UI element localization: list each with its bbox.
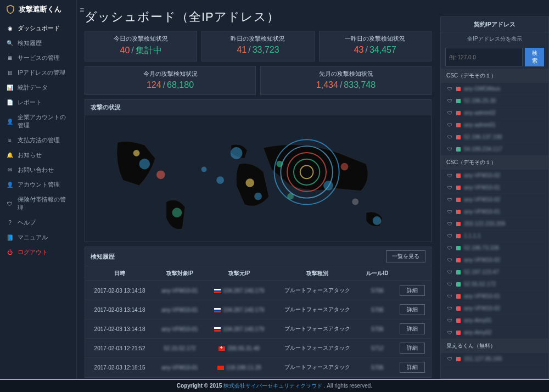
svg-point-8 <box>231 147 243 159</box>
nav-item-サービスの管理[interactable]: ≣サービスの管理 <box>0 51 76 65</box>
ip-label: any-GMOAbus <box>464 86 542 92</box>
ip-groups: CSC（デモその１）🛡any-GMOAbus🛡52.196.25.30🛡any-… <box>441 69 548 365</box>
ip-label: any-admin02 <box>464 110 542 116</box>
ip-item[interactable]: 🛡any-VFM10-02 <box>441 303 548 315</box>
ip-search-button[interactable]: 検索 <box>525 48 544 66</box>
nav-item-IPアドレスの管理[interactable]: ⊞IPアドレスの管理 <box>0 65 76 80</box>
ip-item[interactable]: 🛡151.127.85.165 <box>441 353 548 365</box>
attack-map-panel: 攻撃の状況 <box>85 99 432 242</box>
cell-rule: 5712 <box>361 339 394 358</box>
detail-button[interactable]: 詳細 <box>400 343 425 354</box>
shield-icon: 🛡 <box>447 330 453 335</box>
nav-item-企業アカウントの管理[interactable]: 👤企業アカウントの管理 <box>0 110 76 133</box>
ip-item[interactable]: 🛡any-admin01 <box>441 119 548 131</box>
nav-icon: 📄 <box>7 99 13 106</box>
ip-item[interactable]: 🛡any-VFM10-01 <box>441 182 548 194</box>
ip-label: 151.127.85.165 <box>464 356 542 362</box>
nav-label: 検知履歴 <box>18 39 42 47</box>
ip-label: any-VFM10-02 <box>464 172 542 178</box>
cell-time: 2017-02-03 12:21:52 <box>85 339 154 358</box>
ip-item[interactable]: 🛡any-GMOAbus <box>441 83 548 95</box>
nav-label: 保険付帯情報の管理 <box>18 195 70 212</box>
ip-item[interactable]: 🛡54.199.234.117 <box>441 143 548 155</box>
ip-item[interactable]: 🛡any-Amy02 <box>441 327 548 339</box>
shield-icon: 🛡 <box>447 318 453 323</box>
view-all-button[interactable]: 一覧を見る <box>386 250 425 262</box>
ip-item[interactable]: 🛡any-admin02 <box>441 107 548 119</box>
footer-company-link[interactable]: 株式会社サイバーセキュリティクラウド <box>223 383 322 389</box>
nav-label: ヘルプ <box>18 219 36 227</box>
attack-map[interactable] <box>85 115 431 242</box>
nav-item-ログアウト[interactable]: ⏻ログアウト <box>0 245 76 260</box>
ip-item[interactable]: 🛡52.196.137.190 <box>441 131 548 143</box>
cell-source: 104.287.140.179 <box>205 320 273 339</box>
cell-action: 詳細 <box>394 300 431 320</box>
nav-item-ヘルプ[interactable]: ?ヘルプ <box>0 215 76 230</box>
ip-label: any-VFM10-02 <box>464 197 542 203</box>
ip-item[interactable]: 🛡52.196.25.30 <box>441 95 548 107</box>
stats-row-top: 今日の攻撃検知状況40/集計中昨日の攻撃検知状況41/33,723一昨日の攻撃検… <box>85 31 432 61</box>
ip-item[interactable]: 🛡any-VFM10-02 <box>441 194 548 206</box>
detail-button[interactable]: 詳細 <box>400 362 425 373</box>
cell-time: 2017-02-03 13:14:18 <box>85 300 154 320</box>
svg-point-12 <box>323 181 333 191</box>
svg-point-5 <box>139 159 150 170</box>
nav-label: 支払方法の管理 <box>18 136 60 144</box>
cell-source: 118.188.11.28 <box>205 358 273 377</box>
svg-point-18 <box>352 199 358 205</box>
svg-point-7 <box>172 208 182 217</box>
ip-item[interactable]: 🛡203.122.233.209 <box>441 218 548 230</box>
shield-icon: 🛡 <box>447 233 453 239</box>
nav-item-支払方法の管理[interactable]: ≡支払方法の管理 <box>0 133 76 148</box>
ip-item[interactable]: 🛡any-Amy01 <box>441 315 548 327</box>
nav-item-検知履歴[interactable]: 🔍検知履歴 <box>0 36 76 51</box>
nav-item-お知らせ[interactable]: 🔔お知らせ <box>0 148 76 163</box>
status-dot <box>456 198 461 202</box>
nav-item-アカウント管理[interactable]: 👤アカウント管理 <box>0 177 76 192</box>
ip-item[interactable]: 🛡any-VFM10-01 <box>441 290 548 303</box>
nav-item-お問い合わせ[interactable]: ✉お問い合わせ <box>0 163 76 177</box>
nav-item-レポート[interactable]: 📄レポート <box>0 95 76 110</box>
nav-item-統計データ[interactable]: 📊統計データ <box>0 80 76 95</box>
status-dot <box>456 222 461 226</box>
table-col: ルールID <box>361 266 394 281</box>
ip-group-header[interactable]: CSC（デモその１） <box>441 69 548 83</box>
detail-button[interactable]: 詳細 <box>400 304 425 315</box>
contract-ip-panel: 契約IPアドレス 全IPアドレス分を表示 検索 CSC（デモその１）🛡any-G… <box>440 16 549 379</box>
cell-action: 詳細 <box>394 281 431 300</box>
ip-item[interactable]: 🛡any-VFM10-02 <box>441 170 548 182</box>
ip-item[interactable]: 🛡52.196.73.106 <box>441 242 548 254</box>
cell-type: ブルートフォースアタック <box>273 300 361 320</box>
detail-button[interactable]: 詳細 <box>400 323 425 334</box>
stat-card: 一昨日の攻撃検知状況43/34,457 <box>319 31 432 61</box>
ip-label: 1.1.1.1 <box>464 233 542 239</box>
ip-item[interactable]: 🛡52.55.52.172 <box>441 278 548 290</box>
ip-item[interactable]: 🛡52.197.123.47 <box>441 266 548 278</box>
shield-icon: 🛡 <box>447 173 453 178</box>
footer: Copyright © 2015 株式会社サイバーセキュリティクラウド . Al… <box>0 379 549 392</box>
nav-item-マニュアル[interactable]: 📘マニュアル <box>0 230 76 245</box>
detail-button[interactable]: 詳細 <box>400 285 425 296</box>
ip-group-header[interactable]: CSC（デモその１） <box>441 155 548 170</box>
svg-point-6 <box>156 170 165 179</box>
ip-search-input[interactable] <box>445 48 523 66</box>
status-dot <box>456 123 461 127</box>
stat-value: 1,434/833,748 <box>261 80 431 90</box>
detection-history-title: 検知履歴 <box>91 253 115 261</box>
ip-label: 52.196.73.106 <box>464 245 542 251</box>
stat-card: 今日の攻撃検知状況40/集計中 <box>85 31 197 61</box>
nav-item-保険付帯情報の管理[interactable]: 🛡保険付帯情報の管理 <box>0 192 76 215</box>
ip-group-header[interactable]: 見えるくん（無料） <box>441 339 548 353</box>
stat-label: 今月の攻撃検知状況 <box>85 70 255 78</box>
ip-item[interactable]: 🛡1.1.1.1 <box>441 230 548 242</box>
stat-card: 今月の攻撃検知状況124/68,180 <box>85 66 256 95</box>
ip-item[interactable]: 🛡any-VFM10-02 <box>441 254 548 266</box>
nav-item-ダッシュボード[interactable]: ◉ダッシュボード <box>0 21 76 36</box>
cell-source: 104.287.140.179 <box>205 281 273 300</box>
svg-point-15 <box>133 150 140 156</box>
status-dot <box>456 270 461 275</box>
svg-point-11 <box>276 161 283 167</box>
ip-item[interactable]: 🛡any-VFM10-01 <box>441 206 548 218</box>
stat-label: 今日の攻撃検知状況 <box>85 35 197 43</box>
flag-icon <box>219 346 225 351</box>
